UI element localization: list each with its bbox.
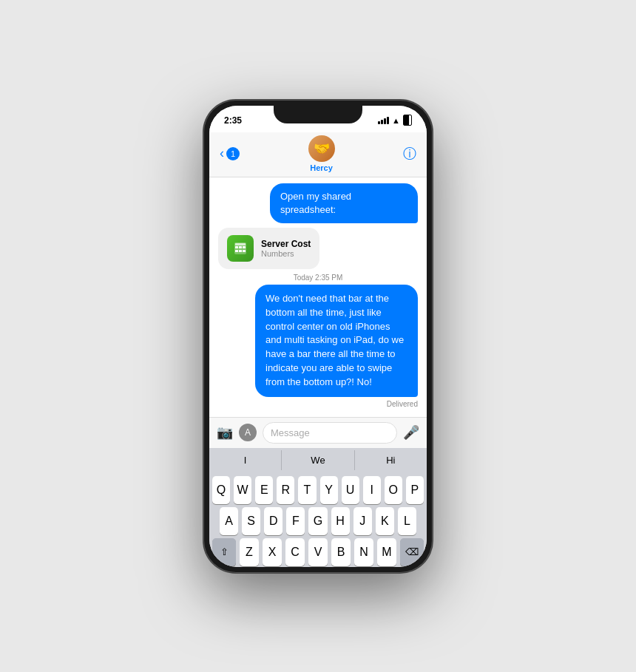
key-row-1: Q W E R T Y U I O P bbox=[209, 473, 427, 504]
mic-icon[interactable]: 🎤 bbox=[403, 424, 419, 441]
key-p[interactable]: P bbox=[406, 476, 424, 504]
key-m[interactable]: M bbox=[377, 538, 396, 566]
message-input[interactable]: Message bbox=[263, 422, 397, 444]
messages-area: Open my shared spreadsheet: S bbox=[209, 177, 427, 417]
nav-bar: ‹ 1 🤝 Hercy ⓘ bbox=[209, 132, 427, 177]
info-button[interactable]: ⓘ bbox=[403, 145, 416, 163]
numbers-icon bbox=[227, 235, 254, 262]
battery-icon: ▮ bbox=[403, 115, 412, 126]
key-n[interactable]: N bbox=[354, 538, 373, 566]
app-store-icon[interactable]: A bbox=[239, 424, 257, 441]
signal-icon bbox=[378, 117, 389, 124]
predictive-item-1[interactable]: I bbox=[209, 450, 282, 470]
svg-rect-3 bbox=[243, 246, 246, 248]
wifi-icon: ▲ bbox=[392, 116, 400, 125]
back-badge: 1 bbox=[226, 147, 240, 160]
key-t[interactable]: T bbox=[298, 476, 316, 504]
svg-rect-6 bbox=[243, 250, 246, 252]
key-g[interactable]: G bbox=[308, 507, 327, 535]
key-c[interactable]: C bbox=[285, 538, 305, 566]
key-row-bottom: 123 space return bbox=[209, 566, 427, 567]
key-y[interactable]: Y bbox=[320, 476, 338, 504]
key-b[interactable]: B bbox=[331, 538, 351, 566]
delivered-label: Delivered bbox=[218, 400, 418, 408]
key-o[interactable]: O bbox=[385, 476, 402, 504]
info-icon: ⓘ bbox=[403, 146, 416, 161]
status-icons: ▲ ▮ bbox=[378, 115, 412, 126]
avatar: 🤝 bbox=[308, 135, 335, 162]
card-title: Server Cost bbox=[261, 239, 311, 249]
shared-card-text: Server Cost Numbers bbox=[261, 239, 311, 258]
shared-card[interactable]: Server Cost Numbers bbox=[218, 228, 319, 269]
key-u[interactable]: U bbox=[342, 476, 359, 504]
key-row-2: A S D F G H J K L bbox=[209, 504, 427, 535]
key-w[interactable]: W bbox=[234, 476, 251, 504]
input-bar: 📷 A Message 🎤 bbox=[209, 417, 427, 448]
key-z[interactable]: Z bbox=[240, 538, 259, 566]
key-v[interactable]: V bbox=[308, 538, 328, 566]
delete-key[interactable]: ⌫ bbox=[400, 538, 424, 566]
predictive-item-2[interactable]: We bbox=[282, 450, 354, 470]
key-i[interactable]: I bbox=[363, 476, 381, 504]
camera-icon[interactable]: 📷 bbox=[217, 424, 233, 441]
key-d[interactable]: D bbox=[264, 507, 283, 535]
key-l[interactable]: L bbox=[398, 507, 416, 535]
shift-key[interactable]: ⇧ bbox=[212, 538, 236, 566]
contact-header[interactable]: 🤝 Hercy bbox=[308, 135, 335, 172]
key-q[interactable]: Q bbox=[212, 476, 230, 504]
key-r[interactable]: R bbox=[277, 476, 294, 504]
contact-name: Hercy bbox=[310, 163, 333, 172]
key-s[interactable]: S bbox=[242, 507, 260, 535]
svg-rect-1 bbox=[235, 246, 238, 248]
card-subtitle: Numbers bbox=[261, 249, 311, 258]
status-time: 2:35 bbox=[224, 115, 242, 126]
sent-bubble-2: We don't need that bar at the bottom all… bbox=[255, 285, 418, 397]
key-row-3: ⇧ Z X C V B N M ⌫ bbox=[209, 535, 427, 566]
svg-rect-4 bbox=[235, 250, 238, 252]
predictive-bar: I We Hi bbox=[209, 448, 427, 473]
svg-rect-5 bbox=[239, 250, 242, 252]
svg-rect-2 bbox=[239, 246, 242, 248]
phone-frame: 2:35 ↗ © hercy.me ▲ ▮ ‹ 1 🤝 bbox=[203, 100, 433, 573]
key-j[interactable]: J bbox=[353, 507, 372, 535]
svg-rect-7 bbox=[235, 243, 246, 245]
predictive-item-3[interactable]: Hi bbox=[355, 450, 427, 470]
key-h[interactable]: H bbox=[331, 507, 350, 535]
sent-bubble-1: Open my shared spreadsheet: bbox=[270, 183, 418, 223]
keyboard: Q W E R T Y U I O P A S D F G H J K bbox=[209, 473, 427, 567]
timestamp: Today 2:35 PM bbox=[218, 274, 418, 282]
chevron-left-icon: ‹ bbox=[220, 146, 224, 161]
notch bbox=[274, 106, 362, 123]
key-f[interactable]: F bbox=[286, 507, 305, 535]
key-x[interactable]: X bbox=[263, 538, 282, 566]
key-k[interactable]: K bbox=[376, 507, 394, 535]
back-button[interactable]: ‹ 1 bbox=[220, 146, 240, 161]
key-e[interactable]: E bbox=[255, 476, 273, 504]
key-a[interactable]: A bbox=[220, 507, 238, 535]
